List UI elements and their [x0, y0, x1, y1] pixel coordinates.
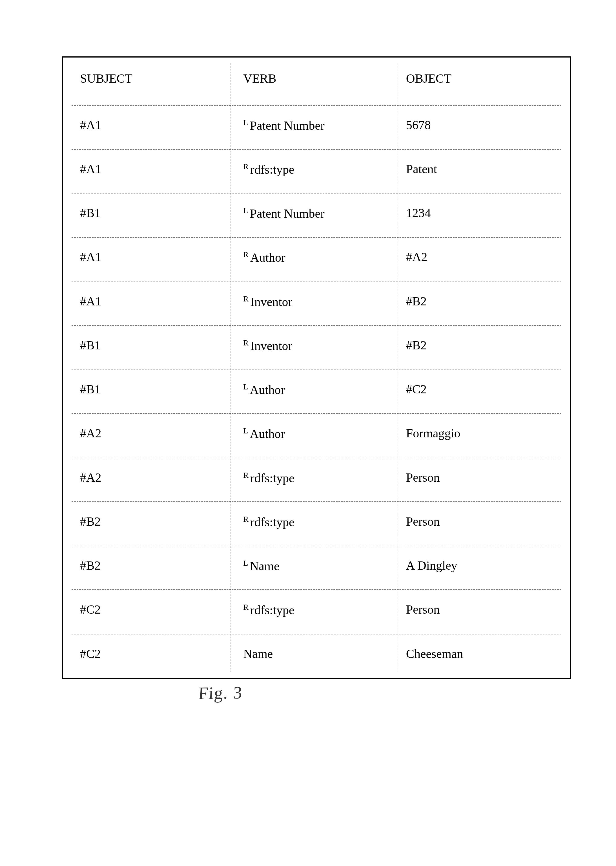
- cell-verb: RAuthor: [230, 250, 398, 265]
- cell-verb: RInventor: [230, 294, 398, 309]
- cell-verb: LPatent Number: [230, 118, 398, 133]
- superscript-annotation: R: [243, 294, 248, 303]
- cell-object: 5678: [398, 118, 570, 132]
- verb-text: Author: [250, 383, 285, 397]
- superscript-annotation: L: [243, 383, 248, 391]
- cell-verb: LAuthor: [230, 427, 398, 441]
- cell-verb: Name: [230, 647, 398, 661]
- cell-object: Person: [398, 471, 570, 485]
- superscript-annotation: L: [243, 206, 248, 215]
- cell-object: Formaggio: [398, 427, 570, 441]
- cell-object: Person: [398, 515, 570, 529]
- table-row: #A2LAuthorFormaggio: [63, 414, 570, 458]
- superscript-annotation: L: [243, 118, 248, 127]
- cell-subject: #B2: [63, 559, 230, 573]
- superscript-annotation: R: [243, 250, 248, 259]
- verb-text: Author: [250, 251, 286, 265]
- cell-subject: #C2: [63, 603, 230, 617]
- cell-verb: Rrdfs:type: [230, 515, 398, 529]
- cell-object: #A2: [398, 250, 570, 265]
- cell-subject: #A1: [63, 162, 230, 176]
- verb-text: Inventor: [250, 295, 292, 309]
- verb-text: Name: [243, 647, 273, 661]
- table-row: #B1LAuthor#C2: [63, 370, 570, 414]
- cell-object: #B2: [398, 294, 570, 309]
- table-row: #B1LPatent Number1234: [63, 194, 570, 238]
- cell-subject: #A1: [63, 250, 230, 265]
- header-object: OBJECT: [398, 72, 570, 86]
- verb-text: rdfs:type: [250, 163, 294, 176]
- verb-text: rdfs:type: [250, 471, 294, 485]
- verb-text: rdfs:type: [250, 603, 294, 617]
- superscript-annotation: L: [243, 559, 248, 567]
- table-row: #B2Rrdfs:typePerson: [63, 502, 570, 546]
- cell-object: A Dingley: [398, 559, 570, 573]
- cell-subject: #A2: [63, 427, 230, 441]
- cell-subject: #A1: [63, 118, 230, 132]
- cell-verb: LName: [230, 559, 398, 573]
- verb-text: Author: [250, 427, 285, 441]
- cell-verb: Rrdfs:type: [230, 471, 398, 485]
- verb-text: rdfs:type: [250, 515, 294, 529]
- verb-text: Inventor: [250, 339, 292, 353]
- cell-subject: #B1: [63, 206, 230, 220]
- cell-object: Person: [398, 603, 570, 617]
- superscript-annotation: L: [243, 427, 248, 435]
- cell-subject: #B1: [63, 339, 230, 353]
- cell-subject: #B2: [63, 515, 230, 529]
- cell-subject: #C2: [63, 647, 230, 661]
- table-row: #C2Rrdfs:typePerson: [63, 590, 570, 634]
- table-row: #A1LPatent Number5678: [63, 106, 570, 150]
- table-row: #A1RAuthor#A2: [63, 238, 570, 282]
- cell-verb: RInventor: [230, 339, 398, 353]
- verb-text: Patent Number: [250, 118, 324, 132]
- cell-object: #B2: [398, 339, 570, 353]
- cell-object: Patent: [398, 162, 570, 176]
- cell-verb: Rrdfs:type: [230, 162, 398, 177]
- cell-subject: #A2: [63, 471, 230, 485]
- table-body: #A1LPatent Number5678#A1Rrdfs:typePatent…: [63, 106, 570, 678]
- page: SUBJECT VERB OBJECT #A1LPatent Number567…: [0, 0, 616, 866]
- cell-object: #C2: [398, 383, 570, 397]
- superscript-annotation: R: [243, 471, 248, 479]
- figure-caption: Fig. 3: [198, 683, 243, 704]
- superscript-annotation: R: [243, 603, 248, 611]
- table-frame: SUBJECT VERB OBJECT #A1LPatent Number567…: [62, 57, 571, 679]
- verb-text: Patent Number: [250, 207, 324, 220]
- cell-object: Cheeseman: [398, 647, 570, 661]
- header-subject: SUBJECT: [63, 72, 230, 86]
- superscript-annotation: R: [243, 515, 248, 523]
- cell-object: 1234: [398, 206, 570, 220]
- cell-verb: LPatent Number: [230, 206, 398, 221]
- header-verb: VERB: [230, 72, 398, 86]
- table-row: #A1RInventor#B2: [63, 282, 570, 326]
- cell-subject: #B1: [63, 383, 230, 397]
- table-row: #B2LNameA Dingley: [63, 546, 570, 590]
- cell-verb: LAuthor: [230, 383, 398, 397]
- cell-verb: Rrdfs:type: [230, 603, 398, 617]
- table-row: #B1RInventor#B2: [63, 326, 570, 370]
- cell-subject: #A1: [63, 294, 230, 309]
- verb-text: Name: [250, 559, 279, 573]
- table-header-row: SUBJECT VERB OBJECT: [63, 58, 570, 106]
- table-row: #A2Rrdfs:typePerson: [63, 458, 570, 502]
- table-row: #A1Rrdfs:typePatent: [63, 150, 570, 194]
- table-row: #C2NameCheeseman: [63, 635, 570, 678]
- superscript-annotation: R: [243, 339, 248, 347]
- superscript-annotation: R: [243, 162, 248, 171]
